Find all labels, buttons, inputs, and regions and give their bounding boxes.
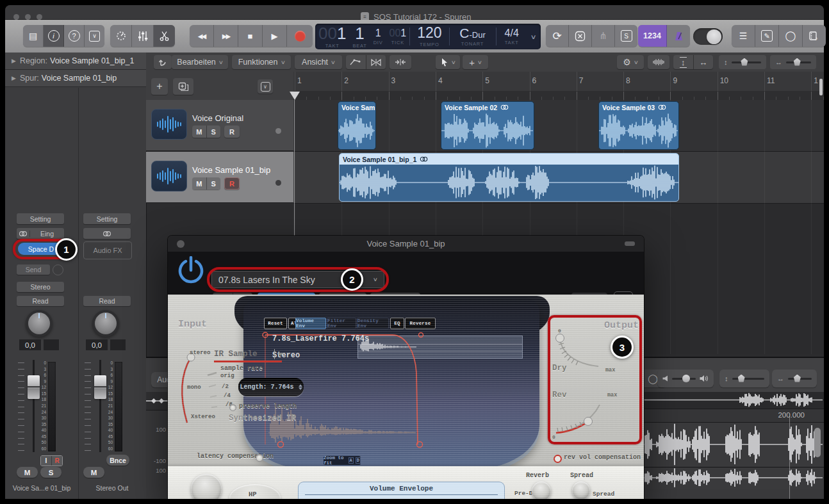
region-voice-sample-03[interactable]: Voice Sample 03 [598,101,679,150]
plugin-titlebar[interactable]: Voice Sample 01_bip [168,236,644,252]
playhead-handle[interactable] [290,92,300,100]
strip1-record-enable-button[interactable]: R [52,456,62,466]
editor-scrollbar-thumb[interactable] [814,428,821,457]
slider-knob[interactable] [794,58,801,66]
strip2-mute-button[interactable]: M [83,467,104,478]
slider-knob[interactable] [794,375,801,382]
mute-button[interactable]: M [192,126,207,138]
snap-button[interactable] [390,55,411,69]
toolbar-toggle[interactable] [693,28,723,45]
spread-knob[interactable] [572,482,590,499]
strip1-input-button[interactable]: Eing [17,228,64,239]
synthesized-ir-button[interactable]: Synthesized IR [229,414,296,423]
toolbar-button[interactable]: ∨ [85,25,104,47]
menu-bearbeiten[interactable]: Bearbeiten∨ [172,55,228,69]
track-inspector-header[interactable]: ▶ Spur: Voice Sample 01_bip [5,70,146,87]
inspector-button[interactable]: i [44,25,64,47]
strip2-setting-button[interactable]: Setting [83,213,131,224]
record-button[interactable] [287,25,313,47]
forward-button[interactable]: ▶▶ [214,25,238,47]
strip2-pan-value[interactable] [110,339,126,350]
lcd-chevron[interactable]: ∨ [528,24,541,49]
rev-vol-compensation-radio[interactable] [554,455,562,463]
duplicate-track-button[interactable] [173,78,193,95]
region-voice-sample-02[interactable]: Voice Sample 02 [441,101,534,150]
editor-overview-strip[interactable] [644,392,824,409]
strip1-automation-mode[interactable]: Read [17,296,64,306]
latency-compensation-radio[interactable] [256,454,263,462]
rate-quarter-label[interactable]: /4 [224,393,231,399]
stop-button[interactable]: ■ [238,25,263,47]
lcd-position-tick[interactable]: 001 TICK [386,24,410,49]
close-window-button[interactable] [13,14,19,20]
region-voice-sam[interactable]: Voice Sam [338,101,376,150]
track-header-voice-sample-01-bip-selected[interactable]: Voice Sample 01_bip M S R [146,152,293,203]
zoom-window-button[interactable] [37,14,42,20]
track-sort-button[interactable]: ∨ [258,79,273,93]
preserve-length-radio[interactable] [229,404,236,411]
lcd-position-div[interactable]: 1 DIV [370,24,386,49]
autopunch-button[interactable] [569,25,592,47]
strip2-automation-mode[interactable]: Read [83,296,131,306]
plugin-link-valve[interactable] [625,241,635,246]
track-name[interactable]: Voice Original [192,113,243,123]
automation-button[interactable] [346,55,366,69]
list-editors-button[interactable]: ☰ [732,25,755,47]
power-button[interactable] [178,256,204,289]
quick-help-button[interactable]: ? [64,25,85,47]
region-voice-sample-01-bip-1-selected[interactable]: Voice Sample 01_bip_1 [339,153,679,202]
strip1-setting-button[interactable]: Setting [17,213,64,224]
add-track-button[interactable]: + [151,78,168,95]
strip2-bounce-button[interactable]: Bnce [106,455,129,466]
lcd-position-beat[interactable]: 1 BEAT [349,24,370,49]
ir-sample-menu[interactable]: IR Sample [214,350,258,359]
editor-lane-2[interactable] [644,467,824,489]
tuner-button[interactable]: ⋔ [592,25,615,47]
mixer-button[interactable] [132,25,154,47]
lcd-position-bar[interactable]: 001 TAKT [315,24,349,49]
track-name[interactable]: Voice Sample 01_bip [192,165,270,175]
strip1-solo-button[interactable]: S [40,467,62,478]
solo-button[interactable]: S [207,177,221,190]
solo-button[interactable]: S [207,126,221,138]
editor-lane-1[interactable] [644,423,824,467]
rewind-button[interactable]: ◀◀ [190,25,214,47]
slider-knob[interactable] [738,375,745,382]
catch-playhead-button[interactable] [154,55,172,69]
rate-orig-label[interactable]: orig [220,373,234,379]
pointer-tool-button[interactable]: ∨ [436,55,460,69]
vertical-zoom-slider[interactable]: ↕ [719,55,766,69]
horizontal-zoom-slider[interactable]: ↔ [770,55,816,69]
record-enable-button[interactable]: R [224,126,240,138]
zoom-to-fit-control[interactable]: Zoom to fit A D [324,456,361,465]
strip2-input-button[interactable] [83,228,131,239]
horizontal-auto-zoom-button[interactable]: ↔ [694,55,714,69]
lcd-key[interactable]: C-Dur TONART [450,24,496,49]
lcd-display[interactable]: 001 TAKT 1 BEAT 1 DIV 001 TICK 120 TEMPO… [315,24,541,49]
strip1-format-button[interactable]: Stereo [17,282,64,292]
flex-button[interactable] [366,55,386,69]
bar-ruler[interactable]: 12345678910111 [293,72,824,92]
lcd-tempo[interactable]: 120 TEMPO [409,24,449,49]
editor-hzoom-slider[interactable]: ↔ [772,370,817,387]
metronome-button[interactable] [667,25,690,47]
media-browser-button[interactable]: ♪ [803,25,826,47]
strip1-send-knob[interactable] [53,264,63,275]
track-settings-button[interactable]: ⚙∨ [617,55,644,69]
editor-volume-slider[interactable] [657,370,714,387]
count-in-button[interactable]: 1234 [638,25,667,47]
zoom-d-button[interactable]: D [356,457,361,464]
waveform-zoom-button[interactable] [648,55,669,69]
slider-knob[interactable] [741,58,748,66]
secondary-tool-button[interactable]: + ∨ [463,55,488,69]
ruler-tick-strip[interactable] [293,91,824,101]
rate-half-label[interactable]: /2 [222,384,229,390]
strip1-mute-button[interactable]: M [17,467,38,478]
play-button[interactable]: ▶ [263,25,287,47]
record-enable-button-active[interactable]: R [224,177,240,190]
vertical-scrollbar-thumb[interactable] [819,79,823,95]
plugin-window-space-designer[interactable]: Voice Sample 01_bip 07.8s Lasers In The … [168,236,644,499]
editor-ruler[interactable]: 200.000 [644,409,824,423]
note-pads-button[interactable]: ✎ [755,25,779,47]
sample-rate-ticks[interactable] [205,370,219,415]
